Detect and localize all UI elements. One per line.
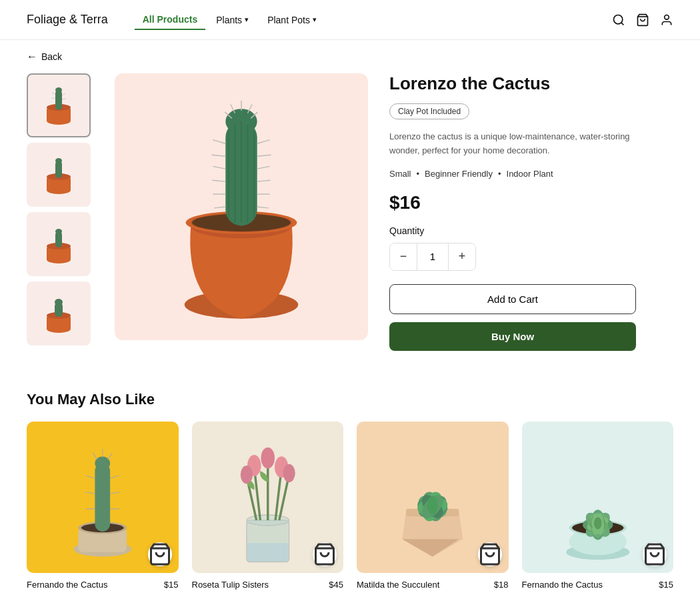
quantity-decrease-button[interactable]: − xyxy=(390,243,417,270)
rec-image-1 xyxy=(27,422,179,574)
svg-line-63 xyxy=(86,475,95,478)
svg-rect-75 xyxy=(247,543,288,561)
svg-point-112 xyxy=(594,517,601,529)
svg-line-71 xyxy=(108,452,113,459)
rec-price-3: $18 xyxy=(494,580,509,590)
navigation: Foliage & Terra All Products Plants ▾ Pl… xyxy=(0,0,700,40)
svg-line-67 xyxy=(110,492,120,493)
rec-meta-4: Fernando the Cactus $15 xyxy=(522,580,674,590)
rec-cart-icon-3 xyxy=(478,542,502,566)
thumbnail-4-image xyxy=(35,290,82,337)
rec-image-3 xyxy=(357,422,509,574)
rec-cart-icon-4 xyxy=(643,542,667,566)
svg-line-48 xyxy=(257,166,270,169)
nav-plant-pots[interactable]: Plant Pots ▾ xyxy=(259,11,325,29)
rec-cart-btn-2[interactable] xyxy=(313,542,337,566)
rec-card-2[interactable]: Roseta Tulip Sisters $45 xyxy=(192,422,344,590)
rec-price-4: $15 xyxy=(659,580,673,590)
product-tags: Small • Beginner Friendly • Indoor Plant xyxy=(389,169,673,179)
thumbnail-3-image xyxy=(35,221,82,267)
back-label: Back xyxy=(41,51,62,62)
nav-plants[interactable]: Plants ▾ xyxy=(208,11,257,29)
svg-line-43 xyxy=(212,180,225,181)
tag-dot-2: • xyxy=(498,169,501,179)
svg-rect-61 xyxy=(95,463,110,531)
quantity-label: Quantity xyxy=(389,225,673,236)
svg-point-17 xyxy=(55,158,62,163)
back-arrow-icon: ← xyxy=(27,51,37,63)
thumbnail-2[interactable] xyxy=(27,143,91,207)
cart-button[interactable] xyxy=(636,13,649,27)
rec-cart-btn-3[interactable] xyxy=(478,542,502,566)
rec-name-2: Roseta Tulip Sisters xyxy=(192,580,269,590)
svg-line-9 xyxy=(52,93,55,94)
svg-point-98 xyxy=(427,496,438,514)
svg-line-45 xyxy=(214,207,225,208)
nav-links: All Products Plants ▾ Plant Pots ▾ xyxy=(135,10,612,30)
svg-line-66 xyxy=(110,475,119,478)
svg-line-51 xyxy=(257,207,269,208)
product-section: Lorenzo the Cactus Clay Pot Included Lor… xyxy=(0,73,700,378)
product-title: Lorenzo the Cactus xyxy=(389,73,673,94)
rec-meta-1: Fernando the Cactus $15 xyxy=(27,580,179,590)
cart-icon xyxy=(636,13,649,27)
search-button[interactable] xyxy=(612,13,625,27)
nav-all-products[interactable]: All Products xyxy=(135,10,205,30)
svg-line-49 xyxy=(257,180,271,181)
thumbnail-4[interactable] xyxy=(27,281,91,346)
recommendations-title: You May Also Like xyxy=(27,391,673,408)
pots-chevron-icon: ▾ xyxy=(313,15,317,24)
rec-name-3: Matilda the Succulent xyxy=(357,580,439,590)
svg-rect-7 xyxy=(55,90,62,110)
svg-point-0 xyxy=(614,15,623,23)
svg-line-41 xyxy=(211,155,225,156)
svg-line-40 xyxy=(213,140,225,144)
thumbnail-3[interactable] xyxy=(27,212,91,276)
rec-image-2 xyxy=(192,422,344,574)
account-button[interactable] xyxy=(660,13,673,27)
rec-card-4[interactable]: Fernando the Cactus $15 xyxy=(522,422,674,590)
svg-point-27 xyxy=(55,299,63,306)
rec-price-1: $15 xyxy=(164,580,179,590)
product-price: $16 xyxy=(389,192,673,213)
rec-image-4 xyxy=(522,422,674,574)
quantity-increase-button[interactable]: + xyxy=(449,243,475,270)
svg-point-85 xyxy=(283,464,295,482)
svg-line-46 xyxy=(257,140,270,144)
buy-now-button[interactable]: Buy Now xyxy=(389,322,636,351)
thumbnail-1[interactable] xyxy=(27,73,91,137)
rec-price-2: $45 xyxy=(329,580,343,590)
product-description: Lorenzo the cactus is a unique low-maint… xyxy=(389,130,643,158)
svg-point-62 xyxy=(95,456,110,470)
thumbnail-2-image xyxy=(35,151,82,198)
tag-small: Small xyxy=(389,169,411,179)
svg-line-1 xyxy=(621,22,624,25)
svg-line-47 xyxy=(257,155,271,156)
tag-beginner: Beginner Friendly xyxy=(425,169,493,179)
site-logo: Foliage & Terra xyxy=(27,13,108,27)
svg-point-82 xyxy=(261,447,274,468)
rec-name-1: Fernando the Cactus xyxy=(27,580,107,590)
rec-cart-btn-1[interactable] xyxy=(148,542,172,566)
rec-card-3[interactable]: Matilda the Succulent $18 xyxy=(357,422,509,590)
quantity-control: − + xyxy=(389,243,476,271)
svg-line-64 xyxy=(85,492,95,493)
back-button[interactable]: ← Back xyxy=(27,51,62,63)
add-to-cart-button[interactable]: Add to Cart xyxy=(389,284,636,314)
thumbnail-1-image xyxy=(35,82,82,129)
rec-cart-icon-2 xyxy=(313,542,337,566)
nav-icon-group xyxy=(612,13,673,27)
svg-line-11 xyxy=(62,93,65,95)
svg-line-70 xyxy=(93,452,97,459)
svg-line-12 xyxy=(62,99,66,99)
main-product-image xyxy=(115,73,368,340)
product-info: Lorenzo the Cactus Clay Pot Included Lor… xyxy=(389,73,673,351)
plants-chevron-icon: ▾ xyxy=(245,15,249,24)
rec-card-1[interactable]: Fernando the Cactus $15 xyxy=(27,422,179,590)
account-icon xyxy=(660,13,673,27)
quantity-input[interactable] xyxy=(417,243,449,270)
search-icon xyxy=(612,13,625,27)
rec-cart-btn-4[interactable] xyxy=(643,542,667,566)
recommendations-section: You May Also Like xyxy=(0,378,700,597)
svg-line-42 xyxy=(213,166,225,169)
